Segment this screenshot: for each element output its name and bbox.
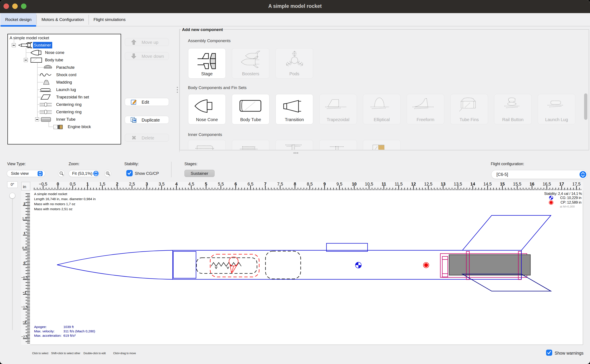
svg-text:1039 ft: 1039 ft: [63, 325, 74, 329]
svg-text:0,5: 0,5: [22, 246, 27, 250]
svg-text:12,5: 12,5: [424, 182, 432, 186]
svg-text:CG: 10,229 in: CG: 10,229 in: [560, 196, 582, 200]
svg-text:Apogee:: Apogee:: [34, 325, 47, 329]
svg-text:CP: 12,589 in: CP: 12,589 in: [561, 201, 582, 204]
svg-text:9,5: 9,5: [336, 182, 342, 186]
svg-text:1,5: 1,5: [100, 182, 105, 186]
svg-text:17,5: 17,5: [572, 182, 581, 186]
svg-text:0,5: 0,5: [70, 182, 76, 186]
svg-text:15: 15: [500, 182, 505, 186]
svg-text:3: 3: [146, 182, 148, 186]
svg-text:6: 6: [235, 182, 237, 186]
svg-text:1: 1: [24, 231, 26, 235]
svg-text:14,5: 14,5: [483, 182, 492, 186]
svg-text:6,5: 6,5: [248, 182, 254, 186]
svg-text:9: 9: [323, 182, 326, 186]
svg-text:8: 8: [294, 182, 296, 186]
svg-text:7: 7: [264, 182, 267, 186]
svg-text:12: 12: [411, 182, 416, 186]
svg-text:Mass with motors 2,51 oz: Mass with motors 2,51 oz: [34, 207, 73, 211]
svg-text:−2: −2: [22, 320, 27, 324]
svg-text:Length 16,748 in, max. diamete: Length 16,748 in, max. diameter 0,984 in: [34, 197, 96, 201]
svg-text:in: in: [23, 184, 26, 189]
svg-text:8,5: 8,5: [307, 182, 313, 186]
svg-text:−0,5: −0,5: [39, 182, 47, 186]
svg-text:13: 13: [441, 182, 446, 186]
svg-text:5: 5: [205, 182, 207, 186]
svg-text:10,5: 10,5: [365, 182, 373, 186]
svg-text:11: 11: [382, 182, 386, 186]
svg-text:16,5: 16,5: [543, 182, 551, 186]
svg-text:A simple model rocket: A simple model rocket: [34, 192, 67, 196]
svg-text:619 ft/s²: 619 ft/s²: [63, 334, 76, 337]
svg-text:14: 14: [470, 182, 475, 186]
svg-text:16: 16: [530, 182, 535, 186]
svg-text:Max. velocity:: Max. velocity:: [34, 329, 55, 333]
svg-text:10: 10: [352, 182, 357, 186]
svg-text:2,5: 2,5: [129, 182, 135, 186]
svg-text:4: 4: [175, 182, 178, 186]
svg-text:Mass with no motors 1,7 oz: Mass with no motors 1,7 oz: [34, 202, 75, 206]
svg-text:2: 2: [116, 182, 118, 186]
svg-text:4,5: 4,5: [188, 182, 194, 186]
svg-text:−0,5: −0,5: [21, 276, 28, 279]
svg-text:−1: −1: [22, 291, 27, 294]
svg-text:0: 0: [24, 261, 26, 265]
svg-text:1,5: 1,5: [22, 216, 27, 220]
svg-text:15,5: 15,5: [513, 182, 521, 186]
svg-text:−1,5: −1,5: [21, 305, 28, 309]
svg-text:−2,5: −2,5: [21, 335, 28, 338]
svg-text:17: 17: [559, 182, 564, 186]
svg-text:1: 1: [86, 182, 89, 186]
svg-text:311 ft/s (Mach 0,280): 311 ft/s (Mach 0,280): [63, 329, 95, 333]
svg-text:11,5: 11,5: [395, 182, 403, 186]
svg-text:Max. acceleration:: Max. acceleration:: [34, 334, 62, 337]
svg-text:7,5: 7,5: [277, 182, 283, 186]
svg-text:Stability: 2,4 cal / 14,1 %: Stability: 2,4 cal / 14,1 %: [544, 192, 582, 195]
svg-text:3,5: 3,5: [159, 182, 165, 186]
svg-text:13,5: 13,5: [454, 182, 462, 186]
svg-text:2: 2: [24, 202, 26, 205]
svg-text:0: 0: [57, 182, 59, 186]
svg-text:at M=0,300: at M=0,300: [560, 205, 575, 208]
svg-text:5,5: 5,5: [218, 182, 224, 186]
